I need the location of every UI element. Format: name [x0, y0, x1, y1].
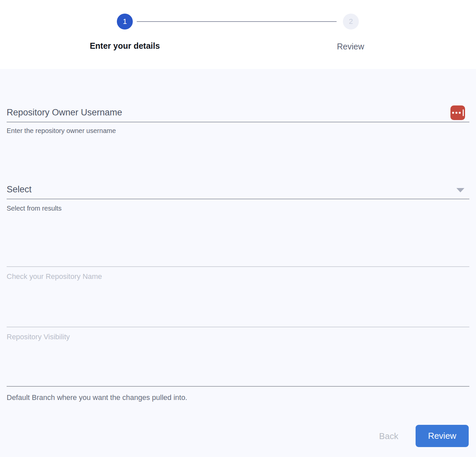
repository-owner-username-helper: Enter the repository owner username — [7, 127, 116, 135]
step-2-number: 2 — [349, 18, 353, 25]
repository-owner-username-underline — [7, 122, 469, 122]
default-branch-underline — [7, 386, 469, 387]
review-button[interactable]: Review — [416, 425, 469, 447]
repository-name-input[interactable] — [7, 250, 469, 266]
stepper-connector-line — [137, 21, 337, 22]
step-2-label: Review — [268, 42, 434, 51]
repository-visibility-helper: Repository Visibility — [7, 333, 70, 341]
step-1-number: 1 — [123, 18, 127, 25]
default-branch-input[interactable] — [7, 370, 469, 385]
step-1-indicator: 1 — [117, 14, 133, 30]
default-branch-helper: Default Branch where you want the change… — [7, 393, 187, 402]
repository-select-underline — [7, 199, 469, 199]
repository-visibility-input[interactable] — [7, 311, 469, 326]
repository-owner-username-input[interactable]: Repository Owner Username — [7, 107, 122, 118]
autofill-icon-bar — [463, 109, 464, 116]
autofill-icon-dot — [459, 112, 461, 114]
repository-details-wizard: 1 2 Enter your details Review Repository… — [0, 0, 476, 457]
repository-select-dropdown[interactable]: Select — [7, 184, 32, 195]
repository-select-helper: Select from results — [7, 205, 62, 212]
repository-name-helper: Check your Repository Name — [7, 272, 102, 281]
chevron-down-icon[interactable] — [456, 188, 464, 192]
step-1-label: Enter your details — [42, 41, 208, 51]
repository-visibility-underline — [7, 327, 469, 327]
form-panel: Repository Owner Username Enter the repo… — [0, 69, 476, 457]
autofill-icon-dot — [452, 112, 454, 114]
autofill-icon-dot — [455, 112, 457, 114]
back-button[interactable]: Back — [364, 427, 414, 445]
step-2-indicator: 2 — [343, 14, 359, 30]
password-manager-autofill-icon[interactable] — [450, 105, 465, 120]
stepper: 1 2 Enter your details Review — [0, 0, 476, 69]
repository-name-underline — [7, 266, 469, 267]
